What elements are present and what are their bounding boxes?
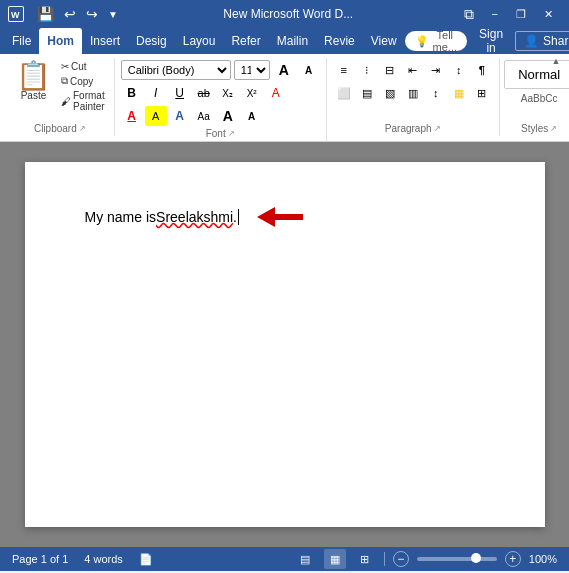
word-icon: W — [8, 6, 24, 22]
align-center-button[interactable]: ▤ — [356, 83, 378, 103]
styles-expand-icon[interactable]: ↗ — [550, 124, 557, 133]
justify-button[interactable]: ▥ — [402, 83, 424, 103]
print-layout-button[interactable]: ▦ — [324, 549, 346, 569]
font-label: Font ↗ — [206, 126, 235, 141]
web-layout-button[interactable]: ⊞ — [354, 549, 376, 569]
doc-plain-text: My name is — [85, 207, 157, 228]
case-button[interactable]: Aa — [193, 106, 215, 126]
font-family-select[interactable]: Calibri (Body) — [121, 60, 231, 80]
menu-home[interactable]: Hom — [39, 28, 82, 54]
increase-size-button[interactable]: A — [217, 106, 239, 126]
paragraph-label: Paragraph ↗ — [385, 121, 441, 136]
paragraph-group: ≡ ⁝ ⊟ ⇤ ⇥ ↕ ¶ ⬜ ▤ ▧ ▥ ↕ ▦ — [327, 58, 500, 136]
line-spacing-button[interactable]: ↕ — [425, 83, 447, 103]
font-row2: B I U ab X₂ X² A — [121, 83, 320, 103]
red-arrow — [255, 202, 315, 232]
menu-right: 💡 Tell me... Sign in 👤 Share — [405, 28, 569, 54]
proofing-icon[interactable]: 📄 — [139, 553, 153, 566]
clear-formatting-button[interactable]: A — [265, 83, 287, 103]
italic-button[interactable]: I — [145, 83, 167, 103]
increase-font-size-button[interactable]: A — [273, 60, 295, 80]
save-button[interactable]: 💾 — [34, 4, 57, 24]
strikethrough-button[interactable]: ab — [193, 83, 215, 103]
zoom-level[interactable]: 100% — [529, 553, 557, 565]
highlight-color-button[interactable]: A — [145, 106, 167, 126]
zoom-slider[interactable] — [417, 557, 497, 561]
numbering-button[interactable]: ⁝ — [356, 60, 378, 80]
increase-indent-button[interactable]: ⇥ — [425, 60, 447, 80]
cut-button[interactable]: ✂ Cut — [58, 60, 108, 73]
clipboard-group: 📋 Paste ✂ Cut ⧉ Copy 🖌 Format Painter — [6, 58, 115, 136]
menu-file[interactable]: File — [4, 28, 39, 54]
divider — [384, 552, 385, 566]
svg-rect-2 — [275, 214, 303, 220]
menu-layout[interactable]: Layou — [175, 28, 224, 54]
font-controls: Calibri (Body) 11 A A B I U ab X₂ — [121, 60, 320, 126]
title-bar-left: W 💾 ↩ ↪ ▼ — [8, 4, 121, 24]
font-group: Calibri (Body) 11 A A B I U ab X₂ — [115, 58, 327, 141]
decrease-size-button[interactable]: A — [241, 106, 263, 126]
font-expand-icon[interactable]: ↗ — [228, 129, 235, 138]
superscript-button[interactable]: X² — [241, 83, 263, 103]
menu-design[interactable]: Desig — [128, 28, 175, 54]
copy-icon: ⧉ — [61, 75, 68, 87]
zoom-thumb — [471, 553, 481, 563]
minimize-button[interactable]: − — [484, 0, 506, 28]
format-painter-button[interactable]: 🖌 Format Painter — [58, 89, 108, 113]
redo-button[interactable]: ↪ — [83, 4, 101, 24]
menu-view[interactable]: View — [363, 28, 405, 54]
collapse-ribbon-button[interactable]: ▲ — [547, 54, 565, 68]
document-page[interactable]: My name is Sreelakshmi. — [25, 162, 545, 527]
customize-quick-access-button[interactable]: ▼ — [105, 7, 121, 22]
sign-in-button[interactable]: Sign in — [471, 27, 511, 55]
multilevel-list-button[interactable]: ⊟ — [379, 60, 401, 80]
close-button[interactable]: ✕ — [536, 0, 561, 28]
paste-icon: 📋 — [16, 62, 51, 90]
clipboard-label: Clipboard ↗ — [34, 121, 86, 136]
align-left-button[interactable]: ⬜ — [333, 83, 355, 103]
text-effects-button[interactable]: A — [169, 106, 191, 126]
restore-down-button[interactable]: ⧉ — [456, 0, 482, 28]
person-icon: 👤 — [524, 34, 539, 48]
para-row2: ⬜ ▤ ▧ ▥ ↕ ▦ ⊞ — [333, 83, 493, 103]
menu-review[interactable]: Revie — [316, 28, 363, 54]
zoom-in-button[interactable]: + — [505, 551, 521, 567]
font-row1: Calibri (Body) 11 A A — [121, 60, 320, 80]
font-color-button[interactable]: A — [121, 106, 143, 126]
shading-button[interactable]: ▦ — [448, 83, 470, 103]
maximize-button[interactable]: ❐ — [508, 0, 534, 28]
ribbon-content: 📋 Paste ✂ Cut ⧉ Copy 🖌 Format Painter — [0, 54, 569, 142]
font-size-select[interactable]: 11 — [234, 60, 270, 80]
tell-me-button[interactable]: 💡 Tell me... — [405, 31, 467, 51]
menu-mailings[interactable]: Mailin — [269, 28, 316, 54]
paragraph-expand-icon[interactable]: ↗ — [434, 124, 441, 133]
styles-label: Styles ↗ — [521, 121, 557, 136]
align-right-button[interactable]: ▧ — [379, 83, 401, 103]
styles-group: Normal AaBbCc Styles ↗ — [500, 58, 569, 136]
subscript-button[interactable]: X₂ — [217, 83, 239, 103]
doc-underlined-text: Sreelakshmi — [156, 207, 233, 228]
bullets-button[interactable]: ≡ — [333, 60, 355, 80]
text-cursor — [238, 209, 239, 225]
underline-button[interactable]: U — [169, 83, 191, 103]
sort-button[interactable]: ↕ — [448, 60, 470, 80]
bold-button[interactable]: B — [121, 83, 143, 103]
decrease-font-size-button[interactable]: A — [298, 60, 320, 80]
clipboard-expand-icon[interactable]: ↗ — [79, 124, 86, 133]
quick-access-toolbar: 💾 ↩ ↪ ▼ — [34, 4, 121, 24]
menu-insert[interactable]: Insert — [82, 28, 128, 54]
read-mode-button[interactable]: ▤ — [294, 549, 316, 569]
word-count: 4 words — [84, 553, 123, 565]
format-painter-icon: 🖌 — [61, 96, 71, 107]
border-button[interactable]: ⊞ — [471, 83, 493, 103]
copy-button[interactable]: ⧉ Copy — [58, 74, 108, 88]
share-button[interactable]: 👤 Share — [515, 31, 569, 51]
zoom-out-button[interactable]: − — [393, 551, 409, 567]
menu-references[interactable]: Refer — [223, 28, 268, 54]
para-controls: ≡ ⁝ ⊟ ⇤ ⇥ ↕ ¶ ⬜ ▤ ▧ ▥ ↕ ▦ — [333, 60, 493, 103]
paste-label: Paste — [21, 90, 47, 101]
undo-button[interactable]: ↩ — [61, 4, 79, 24]
decrease-indent-button[interactable]: ⇤ — [402, 60, 424, 80]
paste-button[interactable]: 📋 Paste — [12, 60, 55, 103]
show-hide-button[interactable]: ¶ — [471, 60, 493, 80]
